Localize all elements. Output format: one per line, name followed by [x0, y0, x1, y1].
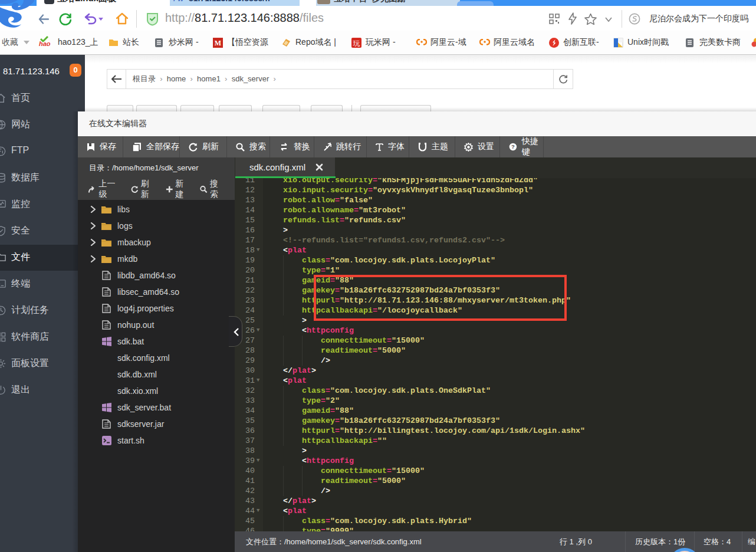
svg-text:玩: 玩 — [353, 39, 360, 47]
svg-text:?: ? — [511, 143, 515, 150]
svg-text:M: M — [215, 39, 221, 47]
